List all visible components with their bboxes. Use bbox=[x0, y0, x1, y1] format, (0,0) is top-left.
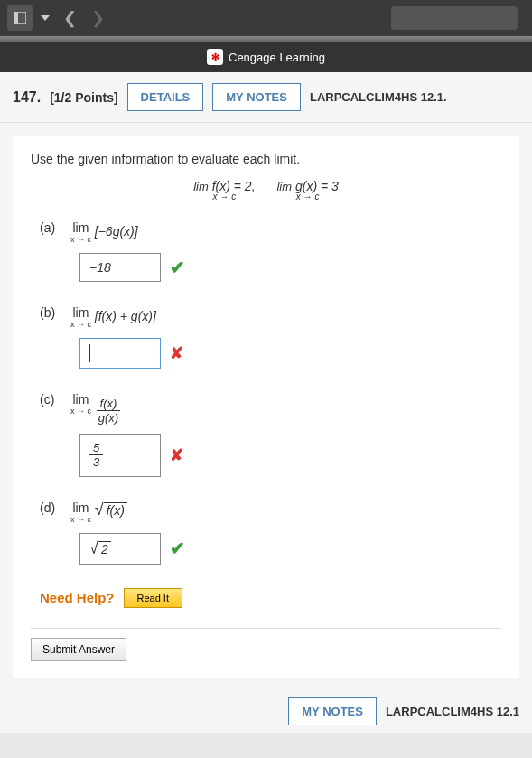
need-help-row: Need Help? Read It bbox=[40, 588, 501, 608]
brand-header: ✻ Cengage Learning bbox=[0, 42, 532, 72]
sidebar-toggle-icon[interactable] bbox=[7, 5, 33, 31]
part-d-label: (d) bbox=[40, 501, 67, 515]
bottom-nav: MY NOTES LARPCALCLIM4HS 12.1 bbox=[0, 690, 532, 733]
svg-rect-1 bbox=[14, 12, 18, 24]
question-reference: LARPCALCLIM4HS 12.1. bbox=[310, 90, 447, 104]
question-header: 147. [1/2 Points] DETAILS MY NOTES LARPC… bbox=[0, 72, 532, 123]
part-c-expr: f(x) g(x) bbox=[95, 397, 122, 425]
question-body: Use the given information to evaluate ea… bbox=[13, 136, 519, 678]
bottom-reference: LARPCALCLIM4HS 12.1 bbox=[386, 705, 519, 718]
part-c: (c) lim x → c f(x) g(x) 5 3 ✘ bbox=[40, 392, 501, 477]
content-area: 147. [1/2 Points] DETAILS MY NOTES LARPC… bbox=[0, 72, 532, 733]
brand-label: Cengage Learning bbox=[229, 51, 325, 64]
question-number: 147. bbox=[13, 89, 41, 106]
part-b-label: (b) bbox=[40, 305, 67, 320]
part-b: (b) lim x → c [f(x) + g(x)] ✘ bbox=[40, 305, 501, 369]
submit-answer-button[interactable]: Submit Answer bbox=[31, 638, 126, 661]
limit-expression: lim x → c bbox=[70, 392, 91, 416]
url-bar[interactable] bbox=[391, 6, 518, 30]
given-info: lim f(x) = 2, x → c lim g(x) = 3 x → c bbox=[31, 179, 501, 202]
part-a: (a) lim x → c [−6g(x)] −18 ✔ bbox=[40, 220, 501, 282]
dropdown-icon[interactable] bbox=[36, 5, 54, 31]
cengage-icon: ✻ bbox=[207, 49, 223, 65]
read-it-button[interactable]: Read It bbox=[124, 588, 182, 608]
limit-expression: lim x → c bbox=[70, 305, 91, 329]
part-a-answer-input[interactable]: −18 bbox=[79, 253, 161, 282]
submit-row: Submit Answer bbox=[31, 628, 501, 661]
forward-button[interactable]: ❯ bbox=[86, 8, 110, 28]
correct-icon: ✔ bbox=[170, 257, 185, 278]
back-button[interactable]: ❮ bbox=[58, 8, 82, 28]
part-a-expr: [−6g(x)] bbox=[95, 224, 138, 239]
part-a-label: (a) bbox=[40, 220, 67, 235]
part-d-answer-input[interactable]: √ 2 bbox=[79, 533, 161, 565]
part-b-answer-input[interactable] bbox=[79, 338, 161, 369]
need-help-label: Need Help? bbox=[40, 590, 115, 605]
question-points: [1/2 Points] bbox=[50, 90, 117, 105]
my-notes-button-bottom[interactable]: MY NOTES bbox=[288, 697, 377, 725]
browser-toolbar: ❮ ❯ bbox=[0, 0, 532, 36]
question-prompt: Use the given information to evaluate ea… bbox=[31, 152, 501, 166]
part-b-expr: [f(x) + g(x)] bbox=[95, 309, 156, 323]
limit-expression: lim x → c bbox=[70, 220, 91, 244]
part-c-answer-input[interactable]: 5 3 bbox=[79, 434, 161, 477]
incorrect-icon: ✘ bbox=[170, 445, 183, 465]
limit-expression: lim x → c bbox=[70, 501, 91, 524]
correct-icon: ✔ bbox=[170, 538, 185, 559]
details-button[interactable]: DETAILS bbox=[127, 83, 204, 111]
incorrect-icon: ✘ bbox=[170, 343, 183, 363]
part-d: (d) lim x → c √ f(x) √ 2 ✔ bbox=[40, 501, 501, 565]
part-c-label: (c) bbox=[40, 392, 67, 407]
text-cursor bbox=[89, 344, 90, 362]
my-notes-button[interactable]: MY NOTES bbox=[212, 83, 301, 111]
part-d-expr: √ f(x) bbox=[95, 501, 127, 519]
